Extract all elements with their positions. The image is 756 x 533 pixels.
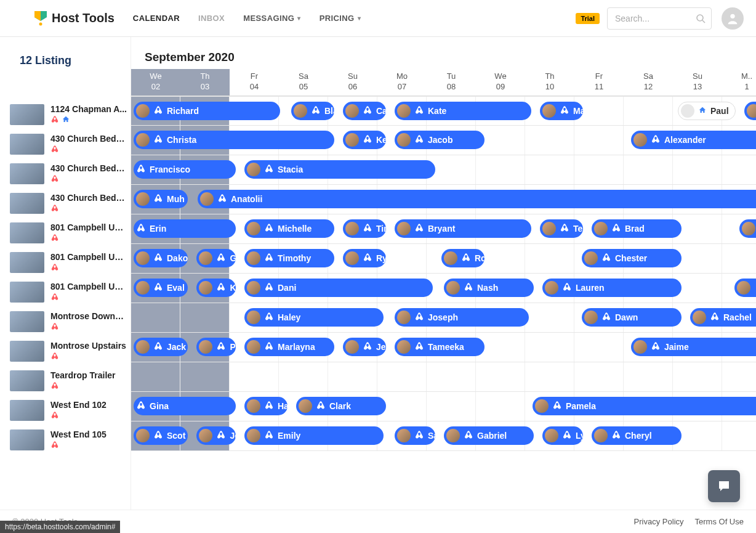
reservation[interactable]: Muh [134,190,188,208]
reservation[interactable]: Rachel [690,308,756,327]
listing-item[interactable]: 801 Campbell Uni... [10,222,128,243]
reservation[interactable]: Pamela [533,397,756,415]
guest-name: Alexander [664,135,706,145]
reservation[interactable] [739,219,756,238]
airbnb-icon [216,430,226,442]
reservation[interactable]: Gab [196,249,236,267]
reservation[interactable]: Sar [395,426,435,445]
reservation[interactable]: Christa [134,131,334,149]
reservation[interactable]: Emily [244,426,384,445]
reservation[interactable]: Stacia [244,160,435,179]
guest-avatar [199,251,212,265]
reservation[interactable]: Jer [196,426,236,445]
listing-item[interactable]: West End 102 [10,400,128,421]
reservation[interactable]: Francisco [134,160,236,179]
reservation[interactable]: Marlayna [244,338,334,356]
listing-name: 801 Campbell Uni... [50,222,128,232]
guest-avatar [693,311,706,324]
day-column: Sa12 [624,69,673,96]
reservation[interactable]: Alexander [631,131,756,149]
chat-button[interactable] [708,470,740,502]
calendar-row: ErinMichelleTimBryantTenBrad [131,214,756,244]
reservation[interactable]: Kate [395,102,531,120]
reservation[interactable]: Hal [244,397,288,415]
reservation[interactable]: Lyd [542,426,583,445]
reservation[interactable]: Richard [134,102,280,120]
reservation[interactable]: Haley [244,308,384,327]
reservation[interactable]: Erin [134,219,236,238]
reservation[interactable]: Pat [196,338,236,356]
reservation[interactable]: Dani [244,279,433,297]
listing-item[interactable]: Montrose Upstairs [10,341,128,362]
listing-item[interactable]: 1124 Chapman A... [10,104,128,125]
nav-messaging[interactable]: MESSAGING▾ [243,14,300,23]
reservation[interactable]: Timothy [244,249,334,267]
guest-avatar [136,104,150,118]
guest-name: Emily [278,431,300,441]
reservation[interactable]: Chester [582,249,682,267]
listing-item[interactable]: 801 Campbell Uni... [10,282,128,303]
listing-item[interactable]: 430 Church Bedro... [10,193,128,214]
calendar-body[interactable]: RichardBlaCarKateMaPaulChristaKerJacobAl… [131,96,756,451]
listing-item[interactable]: Teardrop Trailer [10,370,128,391]
nav-inbox[interactable]: INBOX [198,14,225,23]
reservation[interactable]: Tameeka [395,338,485,356]
reservation[interactable]: Ker [343,131,386,149]
trial-badge[interactable]: Trial [576,13,600,24]
reservation[interactable] [734,279,756,297]
reservation[interactable]: Kat [196,279,236,297]
guest-name: Gab [230,253,236,263]
reservation[interactable]: Eval [134,279,188,297]
reservation[interactable]: Michelle [244,219,334,238]
reservation[interactable]: Nash [444,279,534,297]
reservation[interactable]: Dawn [582,308,682,327]
reservation[interactable]: Ma [540,102,583,120]
brand-logo[interactable]: Host Tools [34,11,115,26]
listing-item[interactable]: 801 Campbell Uni... [10,252,128,273]
reservation[interactable]: Rya [343,249,386,267]
listings-sidebar[interactable]: 12 Listing 1124 Chapman A... 430 Church … [0,37,131,510]
reservation[interactable]: Jacob [395,131,485,149]
guest-name: Jef [376,342,386,352]
reservation[interactable]: Clark [296,397,386,415]
reservation[interactable]: Robi [441,249,485,267]
reservation[interactable]: Jaime [631,338,756,356]
reservation[interactable]: Jef [343,338,386,356]
listing-item[interactable]: 430 Church Bedro... [10,134,128,155]
calendar-header: We02Th03Fr04Sa05Su06Mo07Tu08We09Th10Fr11… [131,69,756,96]
reservation[interactable]: Brad [592,219,682,238]
reservation[interactable]: Jack [134,338,188,356]
reservation[interactable]: Joseph [395,308,529,327]
nav-pricing[interactable]: PRICING▾ [320,14,361,23]
user-avatar[interactable] [722,7,744,30]
reservation[interactable]: Lauren [542,279,682,297]
reservation[interactable] [744,102,756,120]
listing-item[interactable]: Montrose Downst... [10,311,128,332]
reservation[interactable]: Ten [540,219,583,238]
airbnb-icon [414,105,424,117]
guest-avatar [136,133,150,147]
reservation[interactable]: Bryant [395,219,531,238]
reservation[interactable]: Cheryl [592,426,682,445]
airbnb-icon [363,223,372,235]
reservation[interactable]: Paul [678,102,736,120]
airbnb-icon [153,430,163,442]
reservation[interactable]: Gabriel [444,426,534,445]
guest-name: Christa [167,135,196,145]
airbnb-icon [562,282,572,294]
guest-avatar [136,281,150,295]
guest-name: Michelle [278,224,312,234]
airbnb-icon [464,430,473,442]
reservation[interactable]: Anatolii [198,190,756,208]
reservation[interactable]: Bla [291,102,334,120]
guest-avatar [247,163,260,176]
reservation[interactable]: Tim [343,219,386,238]
svg-line-2 [702,20,705,23]
nav-calendar[interactable]: CALENDAR [133,14,180,23]
listing-item[interactable]: West End 105 [10,429,128,450]
reservation[interactable]: Car [343,102,386,120]
reservation[interactable]: Gina [134,397,236,415]
listing-item[interactable]: 430 Church Bedro... [10,163,128,184]
reservation[interactable]: Dako [134,249,188,267]
reservation[interactable]: Scot [134,426,188,445]
